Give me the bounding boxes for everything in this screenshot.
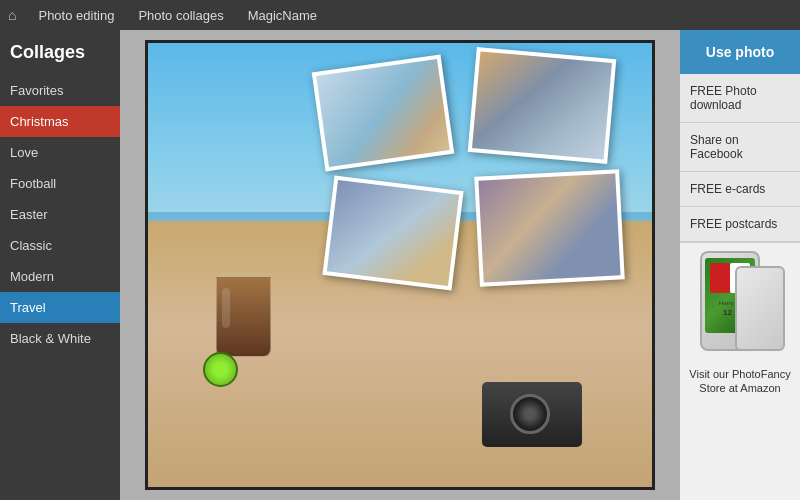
free-ecards[interactable]: FREE e-cards <box>680 172 800 207</box>
sidebar-item-classic[interactable]: Classic <box>0 230 120 261</box>
right-panel: Use photo FREE Photo download Share on F… <box>680 30 800 500</box>
use-photo-button[interactable]: Use photo <box>680 30 800 74</box>
camera-lens <box>510 394 550 434</box>
sidebar-item-favorites[interactable]: Favorites <box>0 75 120 106</box>
sidebar-item-love[interactable]: Love <box>0 137 120 168</box>
free-photo-download[interactable]: FREE Photo download <box>680 74 800 123</box>
nav-magic-name[interactable]: MagicName <box>236 0 329 30</box>
photo-card-1 <box>312 54 455 171</box>
drink-glass <box>216 277 271 357</box>
top-navigation: ⌂ Photo editing Photo collages MagicName <box>0 0 800 30</box>
sidebar-title: Collages <box>0 30 120 75</box>
content-area <box>120 30 680 500</box>
phone-body-second <box>735 266 785 351</box>
photo-card-2-inner <box>472 51 612 159</box>
phone-case-image: Harry 12 <box>695 251 785 361</box>
nav-photo-collages[interactable]: Photo collages <box>126 0 235 30</box>
jersey-name-text: Harry <box>719 300 734 306</box>
sidebar-item-easter[interactable]: Easter <box>0 199 120 230</box>
camera-body <box>482 382 582 447</box>
sidebar-item-bw[interactable]: Black & White <box>0 323 120 354</box>
share-facebook[interactable]: Share on Facebook <box>680 123 800 172</box>
photo-card-3-inner <box>478 173 620 282</box>
collage-frame <box>145 40 655 490</box>
drink-glass-obj <box>198 277 288 407</box>
lime-slice <box>203 352 238 387</box>
photo-card-2 <box>468 47 617 164</box>
camera-obj <box>482 382 592 457</box>
photo-card-3 <box>474 169 625 286</box>
sidebar: Collages Favorites Christmas Love Footba… <box>0 30 120 500</box>
home-icon[interactable]: ⌂ <box>8 7 16 23</box>
nav-photo-editing[interactable]: Photo editing <box>26 0 126 30</box>
amazon-promo[interactable]: Harry 12 Visit our PhotoFancy Store at A… <box>680 242 800 500</box>
main-container: Collages Favorites Christmas Love Footba… <box>0 30 800 500</box>
sidebar-item-travel[interactable]: Travel <box>0 292 120 323</box>
photo-card-1-inner <box>316 59 450 167</box>
amazon-promo-text: Visit our PhotoFancy Store at Amazon <box>688 367 792 396</box>
sidebar-item-football[interactable]: Football <box>0 168 120 199</box>
photo-card-4-inner <box>327 180 459 286</box>
sidebar-item-modern[interactable]: Modern <box>0 261 120 292</box>
jersey-number: 12 <box>723 308 732 317</box>
free-postcards[interactable]: FREE postcards <box>680 207 800 242</box>
sidebar-item-christmas[interactable]: Christmas <box>0 106 120 137</box>
jersey-red <box>710 263 730 293</box>
photo-card-4 <box>322 175 463 290</box>
